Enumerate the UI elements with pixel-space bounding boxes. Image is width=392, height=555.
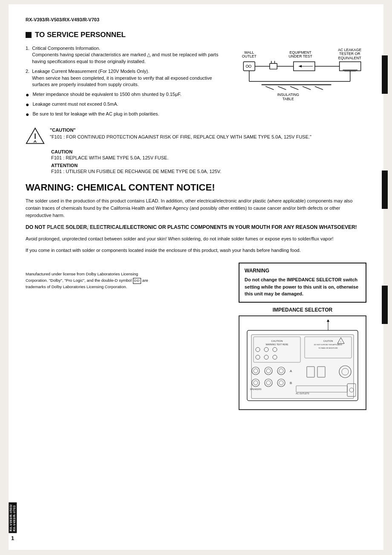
service-section-title: TO SERVICE PERSONNEL (26, 31, 366, 39)
svg-text:UNDER TEST: UNDER TEST (289, 54, 313, 58)
diagram-svg: WALL OUTLET EQUIPMENT UNDER TEST AC LEAK… (241, 49, 364, 104)
bullet-item-2: ● Leakage current must not exceed 0.5mA. (26, 101, 230, 108)
svg-text:A: A (290, 369, 292, 373)
svg-text:TABLE: TABLE (282, 97, 294, 101)
svg-rect-19 (340, 62, 361, 71)
svg-rect-7 (243, 62, 255, 71)
bottom-section: Manufactured under license from Dolby La… (26, 263, 366, 410)
impedance-label: IMPEDANCE SELECTOR (239, 307, 366, 313)
bottom-right: WARNING Do not change the IMPEDANCE SELE… (239, 263, 366, 410)
page: RX-V393/R-V503/RX-V493/R-V703 TO SERVICE… (9, 4, 383, 550)
chemical-notice-title: WARNING: CHEMICAL CONTENT NOTICE! (26, 182, 366, 193)
numbered-list: 1. Critical Components Information. Comp… (26, 45, 230, 88)
svg-marker-38 (327, 320, 329, 322)
impedance-svg: CAUTION WARNING TEXT HERE CAUTION DO NOT… (243, 320, 362, 405)
chemical-para2: DO NOT PLACE SOLDER, ELECTRICAL/ELECTRON… (26, 223, 366, 231)
warning-box-text: Do not change the IMPEDANCE SELECTOR swi… (245, 276, 360, 298)
bottom-left: Manufactured under license from Dolby La… (26, 263, 230, 410)
svg-text:WALL: WALL (244, 50, 254, 55)
svg-marker-18 (298, 65, 302, 68)
bottom-left-label: RX-V393/R-V503/RX-V493/R-V703 1 (9, 503, 17, 541)
caution-text: "CAUTION" "F101 : FOR CONTINUED PROTECTI… (50, 127, 311, 141)
model-header: RX-V393/R-V503/RX-V493/R-V703 (26, 17, 366, 22)
warning-triangle-icon: A V (26, 127, 45, 146)
caution-bold-text: F101 : REPLACE WITH SAME TYPE 5.0A, 125V… (51, 154, 366, 162)
right-tabs (382, 55, 388, 324)
svg-text:EQUIPMENT: EQUIPMENT (289, 50, 311, 55)
svg-line-30 (315, 87, 323, 90)
chemical-para3: Avoid prolonged, unprotected contact bet… (26, 235, 366, 243)
bullet-list: ● Meter impedance should be equivalent t… (26, 91, 230, 118)
caution-quoted-text: "F101 : FOR CONTINUED PROTECTION AGAINST… (50, 133, 311, 141)
attention-text: F101 : UTILISER UN FUSIBLE DE RECHANGE D… (51, 168, 366, 175)
svg-text:TO RAIN OR MOISTURE: TO RAIN OR MOISTURE (318, 347, 338, 349)
right-tab-3 (382, 286, 388, 324)
square-icon (26, 32, 32, 38)
page-number: 1 (11, 535, 14, 541)
right-tab-1 (382, 55, 388, 94)
top-right: WALL OUTLET EQUIPMENT UNDER TEST AC LEAK… (239, 45, 366, 121)
svg-text:AC OUTLETS: AC OUTLETS (296, 392, 309, 395)
svg-line-27 (278, 87, 286, 90)
svg-text:INSULATING: INSULATING (277, 92, 300, 97)
svg-text:EQUIVALENT: EQUIVALENT (338, 56, 362, 60)
warning-box: WARNING Do not change the IMPEDANCE SELE… (239, 263, 366, 303)
svg-text:B: B (290, 381, 292, 385)
svg-point-8 (246, 65, 248, 68)
svg-text:OUTLET: OUTLET (242, 54, 257, 58)
top-left: 1. Critical Components Information. Comp… (26, 45, 230, 121)
top-section: 1. Critical Components Information. Comp… (26, 45, 366, 121)
bullet-item-1: ● Meter impedance should be equivalent t… (26, 91, 230, 98)
svg-text:DO NOT EXPOSE THIS APPLIANCE: DO NOT EXPOSE THIS APPLIANCE (314, 344, 343, 346)
svg-text:SPEAKERS: SPEAKERS (250, 388, 262, 390)
caution-section: A V "CAUTION" "F101 : FOR CONTINUED PROT… (26, 127, 366, 146)
caution-bold-section: CAUTION F101 : REPLACE WITH SAME TYPE 5.… (26, 149, 366, 175)
caution-quoted-label: "CAUTION" (50, 127, 311, 134)
svg-rect-11 (270, 64, 277, 69)
dolby-text-before: Manufactured under license from Dolby La… (26, 272, 138, 282)
svg-text:CAUTION: CAUTION (323, 340, 333, 342)
svg-text:CAUTION: CAUTION (271, 340, 283, 342)
svg-line-29 (303, 87, 311, 90)
svg-text:!: ! (340, 341, 341, 343)
numbered-item-2: 2. Leakage Current Measurement (For 120V… (26, 68, 230, 88)
chemical-para4: If you come in contact with solder or co… (26, 247, 366, 254)
svg-line-28 (290, 87, 298, 90)
dolby-text: Manufactured under license from Dolby La… (26, 271, 153, 290)
vertical-model-label: RX-V393/R-V503/RX-V493/R-V703 (9, 503, 17, 533)
dolby-dd-symbol: DD (133, 278, 141, 284)
svg-text:WARNING TEXT HERE: WARNING TEXT HERE (265, 343, 288, 346)
numbered-item-1: 1. Critical Components Information. Comp… (26, 45, 230, 65)
bullet-item-3: ● Be sure to test for leakage with the A… (26, 111, 230, 118)
warning-box-title: WARNING (245, 268, 360, 274)
caution-label: CAUTION (51, 149, 366, 154)
chemical-para1: The solder used in the production of thi… (26, 197, 366, 219)
svg-text:TESTER OR: TESTER OR (339, 52, 360, 56)
attention-label: ATTENTION (51, 163, 366, 168)
svg-line-26 (265, 87, 274, 90)
circuit-diagram: WALL OUTLET EQUIPMENT UNDER TEST AC LEAK… (239, 45, 366, 108)
impedance-diagram: CAUTION WARNING TEXT HERE CAUTION DO NOT… (239, 315, 366, 410)
right-tab-2 (382, 171, 388, 209)
svg-point-9 (249, 65, 251, 68)
svg-text:A  V: A V (33, 141, 37, 143)
